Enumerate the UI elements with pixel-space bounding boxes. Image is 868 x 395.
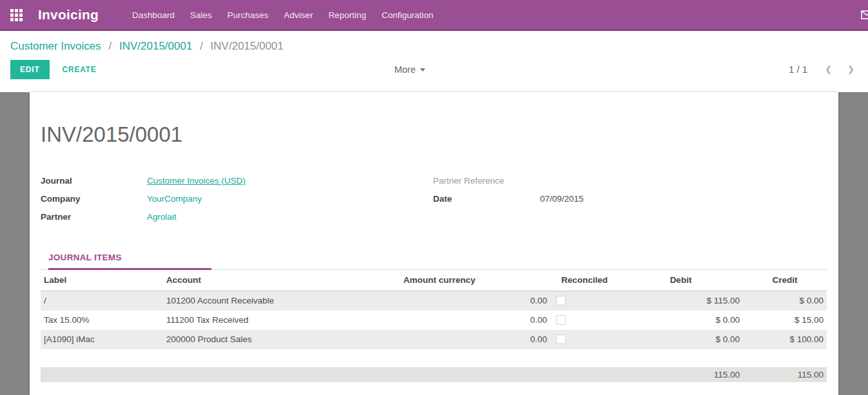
date-label: Date: [433, 194, 540, 204]
pager-next-icon[interactable]: ❯: [844, 63, 858, 75]
cell-reconciled[interactable]: [550, 330, 619, 349]
cell-label[interactable]: [A1090] iMac: [41, 330, 163, 349]
col-header-amount-currency: Amount currency: [400, 270, 550, 291]
col-header-debit: Debit: [619, 270, 743, 291]
edit-button[interactable]: EDIT: [10, 60, 50, 79]
pager-count: 1 / 1: [789, 64, 807, 75]
cell-reconciled[interactable]: [550, 291, 619, 311]
col-header-reconciled: Reconciled: [550, 270, 619, 291]
journal-item-row[interactable]: Tax 15.00% 111200 Tax Received 0.00 $ 0.…: [41, 311, 827, 330]
pager-prev-icon[interactable]: ❮: [822, 63, 835, 75]
menu-item-adviser[interactable]: Adviser: [276, 6, 321, 24]
journal-item-row[interactable]: [A1090] iMac 200000 Product Sales 0.00 $…: [41, 330, 827, 349]
menu-item-dashboard[interactable]: Dashboard: [124, 6, 182, 24]
breadcrumb-separator: /: [200, 40, 203, 52]
app-title[interactable]: Invoicing: [38, 7, 99, 23]
pager: 1 / 1 ❮ ❯: [789, 63, 858, 75]
cell-account[interactable]: 111200 Tax Received: [163, 311, 400, 330]
envelope-icon[interactable]: [861, 10, 868, 19]
cell-debit[interactable]: $ 0.00: [619, 311, 743, 330]
col-header-account: Account: [163, 270, 400, 291]
company-label: Company: [41, 194, 147, 204]
more-label: More: [394, 64, 416, 75]
cell-credit[interactable]: $ 0.00: [743, 291, 827, 311]
totals-row: 115.00 115.00: [41, 367, 827, 382]
notebook-tabs: JOURNAL ITEMS: [41, 251, 827, 270]
cell-label[interactable]: Tax 15.00%: [41, 311, 163, 330]
reconciled-checkbox: [556, 315, 566, 325]
journal-items-table: Label Account Amount currency Reconciled…: [41, 270, 827, 349]
journal-item-row[interactable]: / 101200 Account Receivable 0.00 $ 115.0…: [41, 291, 827, 311]
cell-account[interactable]: 200000 Product Sales: [163, 330, 400, 349]
breadcrumb-separator: /: [109, 40, 112, 52]
company-value-link[interactable]: YourCompany: [147, 194, 202, 204]
breadcrumb-customer-invoices[interactable]: Customer Invoices: [10, 40, 101, 52]
cell-amount-currency[interactable]: 0.00: [400, 311, 550, 330]
cell-account[interactable]: 101200 Account Receivable: [163, 291, 400, 311]
cell-debit[interactable]: $ 0.00: [619, 330, 743, 349]
total-credit: 115.00: [743, 367, 827, 382]
document-title: INV/2015/0001: [41, 92, 827, 147]
menu-item-purchases[interactable]: Purchases: [220, 6, 276, 24]
field-groups: Journal Customer Invoices (USD) Company …: [41, 171, 827, 226]
journal-value-link[interactable]: Customer Invoices (USD): [147, 176, 246, 186]
menu-item-configuration[interactable]: Configuration: [374, 6, 441, 24]
apps-grid-icon[interactable]: [10, 9, 23, 21]
field-group-left: Journal Customer Invoices (USD) Company …: [41, 171, 433, 226]
invoice-sheet: INV/2015/0001 Journal Customer Invoices …: [30, 92, 838, 395]
main-menu: Dashboard Sales Purchases Adviser Report…: [124, 6, 441, 24]
col-header-label: Label: [41, 270, 163, 291]
more-dropdown[interactable]: More: [394, 64, 425, 75]
total-debit: 115.00: [619, 367, 743, 382]
partner-reference-label: Partner Reference: [433, 176, 540, 186]
reconciled-checkbox: [556, 296, 566, 305]
cell-amount-currency[interactable]: 0.00: [400, 291, 550, 311]
breadcrumb-invoice-link[interactable]: INV/2015/0001: [119, 40, 192, 52]
partner-value-link[interactable]: Agrolait: [147, 212, 177, 222]
breadcrumb: Customer Invoices / INV/2015/0001 / INV/…: [0, 31, 868, 53]
more-caret-icon: [420, 68, 425, 72]
cell-amount-currency[interactable]: 0.00: [400, 330, 550, 349]
tab-journal-items[interactable]: JOURNAL ITEMS: [48, 253, 211, 270]
top-navbar: Invoicing Dashboard Sales Purchases Advi…: [0, 0, 868, 31]
partner-label: Partner: [41, 212, 147, 222]
breadcrumb-current: INV/2015/0001: [211, 40, 284, 52]
form-background: INV/2015/0001 Journal Customer Invoices …: [0, 92, 868, 395]
cell-reconciled[interactable]: [550, 311, 619, 330]
cell-debit[interactable]: $ 115.00: [619, 291, 743, 311]
reconciled-checkbox: [556, 334, 566, 344]
col-header-credit: Credit: [743, 270, 827, 291]
menu-item-sales[interactable]: Sales: [182, 6, 220, 24]
field-group-right: Partner Reference Date 07/09/2015: [433, 171, 827, 226]
journal-label: Journal: [41, 176, 147, 186]
cell-label[interactable]: /: [41, 291, 163, 311]
control-bar: EDIT CREATE More 1 / 1 ❮ ❯: [0, 53, 868, 88]
cell-credit[interactable]: $ 15.00: [743, 311, 827, 330]
table-header-row: Label Account Amount currency Reconciled…: [41, 270, 827, 291]
cell-credit[interactable]: $ 100.00: [743, 330, 827, 349]
date-value: 07/09/2015: [540, 194, 584, 204]
menu-item-reporting[interactable]: Reporting: [321, 6, 374, 24]
create-button[interactable]: CREATE: [56, 60, 103, 79]
